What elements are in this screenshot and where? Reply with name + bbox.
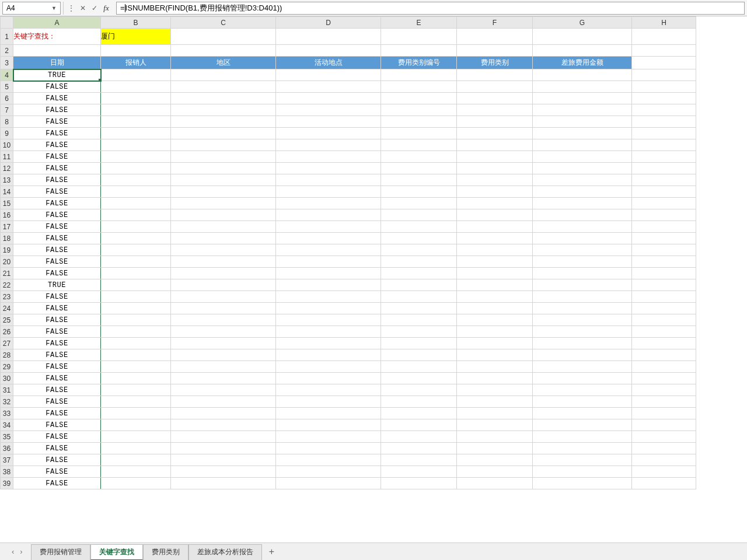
cell[interactable] — [276, 373, 381, 384]
cell[interactable] — [457, 45, 533, 57]
table-header[interactable]: 报销人 — [101, 57, 171, 69]
row-header-31[interactable]: 31 — [1, 384, 13, 396]
row-header-9[interactable]: 9 — [1, 128, 13, 139]
data-cell-A24[interactable]: FALSE — [13, 303, 101, 314]
data-cell-A37[interactable]: FALSE — [13, 454, 101, 466]
cell[interactable] — [632, 268, 696, 279]
cell[interactable] — [171, 151, 276, 163]
cell[interactable] — [171, 174, 276, 186]
cell[interactable] — [381, 221, 457, 233]
cell[interactable] — [457, 431, 533, 443]
cell[interactable] — [457, 151, 533, 163]
cell[interactable] — [101, 361, 171, 373]
cell[interactable] — [632, 314, 696, 326]
cell[interactable] — [171, 104, 276, 116]
cell[interactable] — [171, 268, 276, 279]
name-box[interactable]: A4 ▼ — [2, 2, 61, 15]
cell[interactable] — [457, 373, 533, 384]
row-header-7[interactable]: 7 — [1, 104, 13, 116]
cell[interactable] — [632, 431, 696, 443]
row-header-32[interactable]: 32 — [1, 396, 13, 408]
cell[interactable] — [101, 198, 171, 209]
cell[interactable] — [381, 361, 457, 373]
row-header-2[interactable]: 2 — [1, 45, 13, 57]
cell[interactable] — [632, 291, 696, 303]
cell[interactable] — [533, 466, 632, 478]
row-header-16[interactable]: 16 — [1, 209, 13, 221]
col-header-D[interactable]: D — [276, 17, 381, 29]
cell[interactable] — [276, 431, 381, 443]
cell[interactable] — [276, 466, 381, 478]
cell[interactable] — [381, 291, 457, 303]
cell[interactable] — [533, 349, 632, 361]
cell[interactable] — [276, 338, 381, 349]
cell[interactable] — [533, 29, 632, 45]
cell[interactable] — [13, 45, 101, 57]
cell[interactable] — [171, 478, 276, 489]
row-header-35[interactable]: 35 — [1, 431, 13, 443]
cell[interactable] — [276, 384, 381, 396]
cell[interactable] — [171, 69, 276, 81]
cell[interactable] — [632, 221, 696, 233]
cell[interactable] — [276, 128, 381, 139]
cell[interactable] — [381, 431, 457, 443]
cell[interactable] — [276, 116, 381, 128]
cell[interactable] — [632, 244, 696, 256]
cell[interactable] — [381, 69, 457, 81]
row-header-4[interactable]: 4 — [1, 69, 13, 81]
table-header[interactable]: 活动地点 — [276, 57, 381, 69]
cell[interactable] — [276, 29, 381, 45]
add-sheet-button[interactable]: + — [262, 545, 281, 558]
cell[interactable] — [632, 69, 696, 81]
cell[interactable] — [171, 443, 276, 454]
cell[interactable] — [101, 396, 171, 408]
cell[interactable] — [171, 291, 276, 303]
cell[interactable] — [381, 478, 457, 489]
table-header[interactable]: 费用类别编号 — [381, 57, 457, 69]
data-cell-A17[interactable]: FALSE — [13, 221, 101, 233]
data-cell-A35[interactable]: FALSE — [13, 431, 101, 443]
cell[interactable] — [457, 221, 533, 233]
data-cell-A20[interactable]: FALSE — [13, 256, 101, 268]
cell[interactable] — [276, 419, 381, 431]
data-cell-A11[interactable]: FALSE — [13, 151, 101, 163]
cell[interactable] — [101, 139, 171, 151]
dots-icon[interactable]: ⋮ — [66, 3, 76, 13]
cell[interactable] — [276, 349, 381, 361]
cell[interactable] — [101, 291, 171, 303]
data-cell-A26[interactable]: FALSE — [13, 326, 101, 338]
cell[interactable] — [533, 373, 632, 384]
cell[interactable] — [101, 419, 171, 431]
cell[interactable] — [381, 349, 457, 361]
cell[interactable] — [533, 431, 632, 443]
cell[interactable] — [101, 454, 171, 466]
data-cell-A14[interactable]: FALSE — [13, 186, 101, 198]
table-header[interactable]: 地区 — [171, 57, 276, 69]
data-cell-A19[interactable]: FALSE — [13, 244, 101, 256]
cell[interactable] — [533, 268, 632, 279]
cell[interactable] — [457, 384, 533, 396]
cell[interactable] — [101, 104, 171, 116]
cell[interactable] — [171, 466, 276, 478]
row-header-36[interactable]: 36 — [1, 443, 13, 454]
cell[interactable] — [632, 303, 696, 314]
row-header-28[interactable]: 28 — [1, 349, 13, 361]
row-header-15[interactable]: 15 — [1, 198, 13, 209]
cell[interactable] — [171, 256, 276, 268]
cell[interactable] — [171, 279, 276, 291]
cell[interactable] — [381, 396, 457, 408]
cell[interactable] — [533, 384, 632, 396]
cell[interactable] — [381, 104, 457, 116]
cell[interactable] — [276, 256, 381, 268]
cell[interactable] — [632, 198, 696, 209]
data-cell-A18[interactable]: FALSE — [13, 233, 101, 244]
data-cell-A21[interactable]: FALSE — [13, 268, 101, 279]
cell[interactable] — [632, 338, 696, 349]
cell[interactable] — [632, 104, 696, 116]
col-header-B[interactable]: B — [101, 17, 171, 29]
cell[interactable] — [171, 454, 276, 466]
cell[interactable] — [101, 478, 171, 489]
col-header-F[interactable]: F — [457, 17, 533, 29]
cell[interactable] — [457, 104, 533, 116]
cell[interactable] — [533, 81, 632, 93]
